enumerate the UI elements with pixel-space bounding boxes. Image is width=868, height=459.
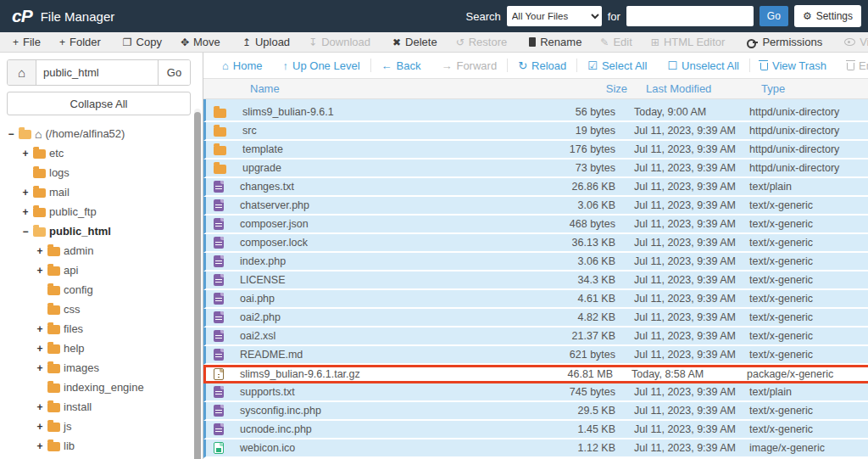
file-name-cell: chatserver.php — [206, 199, 558, 211]
file-modified: Jul 11, 2023, 9:39 AM — [634, 423, 749, 435]
toolbar-button-upload[interactable]: ↥Upload — [233, 34, 299, 50]
toolbar-button-folder[interactable]: +Folder — [50, 34, 110, 50]
tree-item-label: files — [64, 322, 83, 335]
nav-button-select-all[interactable]: ☑Select All — [577, 59, 657, 72]
tree-item-admin[interactable]: +admin — [7, 241, 191, 260]
toolbar-button-label: Copy — [136, 36, 162, 48]
file-name: composer.lock — [240, 237, 308, 249]
tree-item-help[interactable]: +help — [7, 339, 191, 358]
nav-button-back[interactable]: ←Back — [371, 59, 431, 72]
path-input[interactable] — [36, 60, 158, 85]
expand-icon[interactable]: + — [36, 343, 44, 355]
home-icon[interactable]: ⌂ — [8, 60, 36, 85]
table-row-oai2.xsl[interactable]: oai2.xsl21.37 KBJul 11, 2023, 9:39 AMtex… — [203, 327, 868, 346]
toolbar-button-rename[interactable]: Rename — [520, 34, 591, 50]
nav-button-view-trash[interactable]: View Trash — [750, 59, 837, 72]
expand-icon[interactable]: + — [36, 265, 44, 277]
tree-item-api[interactable]: +api — [7, 260, 191, 280]
toolbar-button-delete[interactable]: ✖Delete — [383, 34, 447, 50]
tree-item-config[interactable]: config — [7, 280, 191, 299]
toolbar-button-file[interactable]: +File — [3, 34, 50, 50]
expand-icon[interactable]: + — [36, 323, 44, 335]
tree-item-lib[interactable]: +lib — [7, 436, 191, 456]
tree-item-logs[interactable]: logs — [7, 163, 191, 182]
table-row-ucnode.inc.php[interactable]: ucnode.inc.php1.45 KBJul 11, 2023, 9:39 … — [203, 421, 868, 439]
tree-item-m[interactable]: m — [7, 456, 191, 459]
file-modified: Jul 11, 2023, 9:39 AM — [634, 143, 749, 155]
tree-item-files[interactable]: +files — [7, 319, 191, 339]
tree-item-images[interactable]: +images — [7, 358, 191, 378]
sidebar-scrollbar[interactable] — [194, 109, 201, 459]
nav-button-home[interactable]: ⌂Home — [212, 59, 273, 72]
expand-icon[interactable]: + — [36, 421, 44, 433]
file-modified: Today, 8:58 AM — [632, 368, 747, 380]
sidebar-scrollbar-thumb[interactable] — [194, 112, 201, 459]
restore-icon: ↺ — [456, 37, 465, 48]
collapse-icon[interactable]: − — [7, 128, 15, 140]
tree-item-install[interactable]: +install — [7, 397, 191, 417]
expand-icon[interactable]: + — [36, 401, 44, 413]
tree-item-etc[interactable]: +etc — [7, 143, 191, 163]
table-row-supports.txt[interactable]: supports.txt745 bytesJul 11, 2023, 9:39 … — [203, 383, 868, 402]
file-name: supports.txt — [240, 386, 295, 398]
table-row-chatserver.php[interactable]: chatserver.php3.06 KBJul 11, 2023, 9:39 … — [203, 197, 868, 216]
table-row-license[interactable]: LICENSE34.3 KBJul 11, 2023, 9:39 AMtext/… — [203, 271, 868, 290]
table-row-readme.md[interactable]: README.md621 bytesJul 11, 2023, 9:39 AMt… — [203, 346, 868, 365]
table-row-src[interactable]: src19 bytesJul 11, 2023, 9:39 AMhttpd/un… — [203, 122, 868, 141]
column-size[interactable]: Size — [570, 82, 646, 95]
tree-item--home-alfina52-[interactable]: −⌂(/home/alfina52) — [7, 124, 191, 143]
toolbar-button-copy[interactable]: ❐Copy — [114, 34, 171, 50]
expand-icon[interactable]: + — [36, 245, 44, 257]
file-name-cell: ucnode.inc.php — [206, 423, 558, 435]
tree-item-indexing-engine[interactable]: indexing_engine — [7, 378, 191, 397]
collapse-all-button[interactable]: Collapse All — [7, 92, 191, 115]
table-row-slims9-bulian-9.6.1[interactable]: slims9_bulian-9.6.156 bytesToday, 9:00 A… — [203, 104, 868, 122]
column-type[interactable]: Type — [761, 82, 867, 95]
tree-item-label: (/home/alfina52) — [45, 127, 125, 140]
table-row-oai2.php[interactable]: oai2.php4.82 KBJul 11, 2023, 9:39 AMtext… — [203, 309, 868, 327]
table-row-oai.php[interactable]: oai.php4.61 KBJul 11, 2023, 9:39 AMtext/… — [203, 290, 868, 309]
settings-button[interactable]: ⚙ Settings — [794, 5, 861, 27]
expand-icon[interactable]: + — [36, 440, 44, 452]
table-row-upgrade[interactable]: upgrade73 bytesJul 11, 2023, 9:39 AMhttp… — [203, 160, 868, 178]
file-name: slims9_bulian-9.6.1.tar.gz — [240, 368, 360, 380]
file-name-cell: supports.txt — [206, 386, 558, 398]
table-row-template[interactable]: template176 bytesJul 11, 2023, 9:39 AMht… — [203, 141, 868, 160]
search-input[interactable] — [626, 6, 754, 26]
search-scope-select[interactable]: All Your Files — [507, 6, 602, 26]
expand-icon[interactable]: + — [21, 187, 30, 199]
nav-button-reload[interactable]: ↻Reload — [508, 59, 576, 72]
tree-item-public-ftp[interactable]: +public_ftp — [7, 202, 191, 221]
table-row-composer.lock[interactable]: composer.lock36.13 KBJul 11, 2023, 9:39 … — [203, 234, 868, 253]
tree-item-css[interactable]: css — [7, 299, 191, 319]
checkbox-checked-icon: ☑ — [587, 60, 598, 71]
tree-item-js[interactable]: +js — [7, 417, 191, 436]
file-name-cell: README.md — [206, 349, 558, 361]
file-permissions: 0755 — [855, 442, 868, 454]
table-row-sysconfig.inc.php[interactable]: sysconfig.inc.php29.5 KBJul 11, 2023, 9:… — [203, 402, 868, 421]
expand-icon[interactable]: + — [36, 362, 44, 374]
file-type: text/plain — [749, 386, 855, 398]
column-last-modified[interactable]: Last Modified — [646, 82, 761, 95]
expand-icon[interactable]: + — [21, 206, 30, 218]
table-row-index.php[interactable]: index.php3.06 KBJul 11, 2023, 9:39 AMtex… — [203, 253, 868, 271]
tree-item-public-html[interactable]: −public_html — [7, 221, 191, 241]
file-name-cell: oai2.xsl — [206, 330, 558, 342]
table-row-composer.json[interactable]: composer.json468 bytesJul 11, 2023, 9:39… — [203, 216, 868, 234]
path-go-button[interactable]: Go — [158, 60, 190, 85]
nav-button-up-one-level[interactable]: ↑Up One Level — [273, 59, 370, 72]
expand-icon[interactable]: + — [21, 148, 30, 160]
file-name-cell: LICENSE — [206, 274, 558, 286]
search-label: Search — [466, 10, 501, 23]
table-row-webicon.ico[interactable]: webicon.ico1.12 KBJul 11, 2023, 9:39 AMi… — [203, 439, 868, 458]
toolbar-button-move[interactable]: ✥Move — [171, 34, 230, 50]
collapse-icon[interactable]: − — [21, 226, 30, 238]
toolbar-button-permissions[interactable]: Permissions — [737, 34, 832, 50]
file-size: 46.81 MB — [555, 368, 632, 380]
column-name[interactable]: Name — [203, 82, 570, 95]
nav-button-unselect-all[interactable]: ☐Unselect All — [657, 59, 749, 72]
search-go-button[interactable]: Go — [760, 6, 788, 26]
table-row-changes.txt[interactable]: changes.txt26.86 KBJul 11, 2023, 9:39 AM… — [203, 178, 868, 197]
tree-item-mail[interactable]: +mail — [7, 182, 191, 202]
table-row-slims9-bulian-9.6.1.tar.gz[interactable]: slims9_bulian-9.6.1.tar.gz46.81 MBToday,… — [203, 365, 868, 383]
